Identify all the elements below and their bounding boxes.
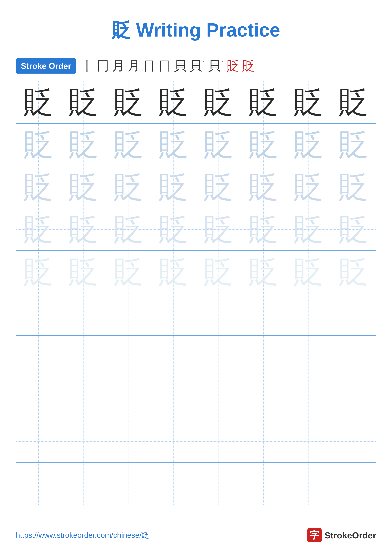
- grid-cell: 貶: [106, 124, 151, 166]
- stroke-char-8: 貝ˊ: [189, 58, 205, 74]
- grid-cell: 貶: [196, 124, 241, 166]
- grid-cell: 貶: [286, 124, 331, 166]
- grid-cell: 貶: [241, 208, 286, 251]
- grid-cell: 貶: [196, 251, 241, 293]
- grid-cell: 貶: [196, 81, 241, 124]
- grid-cell[interactable]: [151, 420, 196, 463]
- grid-cell: 貶: [16, 208, 61, 251]
- grid-cell: 貶: [16, 166, 61, 208]
- grid-cell: 貶: [61, 166, 106, 208]
- grid-cell[interactable]: [241, 463, 286, 505]
- grid-cell: 貶: [286, 208, 331, 251]
- logo-text: StrokeOrder: [324, 530, 376, 540]
- grid-cell: 貶: [61, 208, 106, 251]
- grid-cell: 貶: [61, 251, 106, 293]
- grid-cell: 貶: [106, 166, 151, 208]
- grid-cell[interactable]: [331, 336, 376, 378]
- grid-cell[interactable]: [196, 463, 241, 505]
- grid-cell[interactable]: [286, 293, 331, 336]
- grid-cell[interactable]: [151, 293, 196, 336]
- grid-cell[interactable]: [331, 420, 376, 463]
- grid-cell[interactable]: [16, 293, 61, 336]
- footer-url[interactable]: https://www.strokeorder.com/chinese/貶: [16, 530, 149, 540]
- grid-cell[interactable]: [241, 336, 286, 378]
- stroke-char-11: 貶: [242, 58, 255, 74]
- grid-cell[interactable]: [286, 336, 331, 378]
- grid-cell[interactable]: [106, 420, 151, 463]
- stroke-char-10: 貶: [227, 58, 239, 74]
- grid-cell[interactable]: [61, 336, 106, 378]
- grid-cell[interactable]: [196, 336, 241, 378]
- grid-cell: 貶: [196, 208, 241, 251]
- grid-cell[interactable]: [61, 463, 106, 505]
- grid-cell: 貶: [16, 124, 61, 166]
- grid-cell[interactable]: [151, 463, 196, 505]
- grid-cell[interactable]: [286, 420, 331, 463]
- grid-cell: 貶: [106, 208, 151, 251]
- grid-cell: 貶: [16, 81, 61, 124]
- stroke-char-9: 貝ˊ: [208, 58, 224, 74]
- grid-cell: 貶: [241, 81, 286, 124]
- grid-cell[interactable]: [61, 293, 106, 336]
- grid-cell: 貶: [61, 81, 106, 124]
- stroke-char-7: 貝: [174, 58, 187, 74]
- footer: https://www.strokeorder.com/chinese/貶 字 …: [0, 528, 392, 542]
- stroke-char-1: 丨: [81, 58, 94, 74]
- grid-cell: 貶: [331, 208, 376, 251]
- grid-cell[interactable]: [196, 293, 241, 336]
- grid-cell: 貶: [331, 166, 376, 208]
- grid-cell: 貶: [151, 81, 196, 124]
- stroke-order-row: Stroke Order 丨 冂 月 月 目 目 貝 貝ˊ 貝ˊ 貶 貶: [0, 53, 392, 81]
- grid-cell: 貶: [286, 166, 331, 208]
- grid-cell[interactable]: [16, 463, 61, 505]
- grid-cell[interactable]: [286, 463, 331, 505]
- stroke-order-badge: Stroke Order: [16, 58, 76, 73]
- grid-cell: 貶: [151, 124, 196, 166]
- grid-cell[interactable]: [106, 378, 151, 420]
- grid-cell: 貶: [241, 166, 286, 208]
- grid-cell[interactable]: [106, 336, 151, 378]
- stroke-char-5: 目: [143, 58, 156, 74]
- grid-cell: 貶: [106, 251, 151, 293]
- grid-cell[interactable]: [196, 378, 241, 420]
- stroke-order-chars: 丨 冂 月 月 目 目 貝 貝ˊ 貝ˊ 貶 貶: [81, 58, 255, 74]
- grid-cell[interactable]: [151, 378, 196, 420]
- grid-cell: 貶: [286, 81, 331, 124]
- grid-cell[interactable]: [151, 336, 196, 378]
- grid-cell: 貶: [331, 81, 376, 124]
- grid-cell: 貶: [151, 166, 196, 208]
- grid-cell: 貶: [241, 251, 286, 293]
- grid-cell: 貶: [196, 166, 241, 208]
- grid-cell: 貶: [241, 124, 286, 166]
- grid-cell[interactable]: [286, 378, 331, 420]
- grid-cell: 貶: [16, 251, 61, 293]
- grid-cell[interactable]: [16, 378, 61, 420]
- stroke-char-3: 月: [112, 58, 125, 74]
- grid-cell: 貶: [286, 251, 331, 293]
- footer-logo: 字 StrokeOrder: [307, 528, 376, 542]
- practice-grid-container: 貶貶貶貶貶貶貶貶貶貶貶貶貶貶貶貶貶貶貶貶貶貶貶貶貶貶貶貶貶貶貶貶貶貶貶貶貶貶貶貶: [0, 81, 392, 505]
- grid-cell[interactable]: [16, 336, 61, 378]
- logo-icon: 字: [307, 528, 322, 542]
- stroke-char-6: 目: [158, 58, 171, 74]
- grid-cell[interactable]: [331, 463, 376, 505]
- practice-grid: 貶貶貶貶貶貶貶貶貶貶貶貶貶貶貶貶貶貶貶貶貶貶貶貶貶貶貶貶貶貶貶貶貶貶貶貶貶貶貶貶: [16, 81, 376, 505]
- stroke-char-4: 月: [128, 58, 140, 74]
- page-title: 貶 Writing Practice: [0, 0, 392, 53]
- grid-cell: 貶: [61, 124, 106, 166]
- grid-cell: 貶: [151, 208, 196, 251]
- grid-cell[interactable]: [61, 378, 106, 420]
- grid-cell[interactable]: [241, 420, 286, 463]
- grid-cell[interactable]: [331, 378, 376, 420]
- grid-cell[interactable]: [61, 420, 106, 463]
- grid-cell[interactable]: [241, 293, 286, 336]
- grid-cell: 貶: [151, 251, 196, 293]
- grid-cell[interactable]: [106, 293, 151, 336]
- grid-cell: 貶: [106, 81, 151, 124]
- grid-cell[interactable]: [331, 293, 376, 336]
- grid-cell[interactable]: [196, 420, 241, 463]
- grid-cell: 貶: [331, 124, 376, 166]
- grid-cell[interactable]: [16, 420, 61, 463]
- grid-cell[interactable]: [106, 463, 151, 505]
- grid-cell[interactable]: [241, 378, 286, 420]
